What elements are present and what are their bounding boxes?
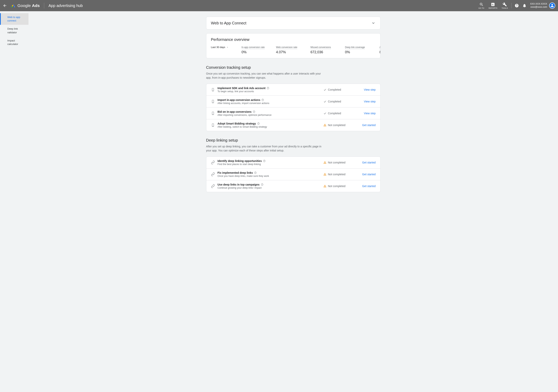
svg-point-20 (264, 162, 264, 162)
header-divider-right (511, 3, 512, 8)
link-icon (211, 172, 215, 176)
svg-point-0 (11, 6, 12, 8)
step-status: Completed (323, 112, 356, 115)
status-text: Not completed (328, 124, 345, 127)
step-status: Not completed (323, 124, 356, 127)
step-text: Fix implemented deep linksOnce you have … (218, 171, 323, 177)
warning-icon (323, 185, 326, 188)
check-icon (323, 100, 326, 103)
avatar[interactable] (549, 2, 555, 9)
link-icon (211, 184, 215, 188)
warning-icon (323, 161, 326, 164)
step-text: Bid on in-app conversionsAfter importing… (218, 110, 323, 116)
deep-linking-section: Deep linking setup After you set up deep… (206, 138, 381, 192)
device-icon (211, 123, 215, 127)
check-icon (323, 112, 326, 115)
sidebar-item-deep-link-validator[interactable]: Deep link validator (0, 25, 28, 36)
section-title: Conversion tracking setup (206, 65, 381, 70)
tools-button[interactable]: TOOLS (500, 2, 510, 9)
status-text: Completed (328, 100, 341, 103)
person-icon (550, 3, 555, 8)
goto-button[interactable]: GO TO (476, 2, 486, 9)
google-ads-logo[interactable]: Google Ads (11, 3, 40, 8)
help-icon[interactable] (261, 183, 263, 186)
help-icon[interactable] (263, 160, 266, 162)
web-to-app-connect-card[interactable]: Web to App Connect (206, 17, 381, 29)
svg-point-22 (325, 163, 325, 163)
step-title: Bid on in-app conversions (218, 110, 252, 113)
status-text: Not completed (328, 173, 345, 176)
svg-rect-9 (212, 112, 214, 115)
step-status: Completed (323, 100, 356, 103)
step-action-link[interactable]: View step (356, 88, 376, 91)
check-icon (323, 88, 326, 91)
dropdown-icon (226, 46, 229, 48)
help-icon[interactable] (261, 99, 264, 101)
status-text: Completed (328, 112, 341, 115)
deeplink-step-row: Identify deep linking opportunitiesFind … (206, 157, 380, 169)
reports-button[interactable]: REPORTS (487, 2, 499, 9)
reports-icon (491, 2, 495, 7)
svg-point-8 (263, 101, 263, 101)
account-info[interactable]: XXX-XXX-XXXX xxxx@xxxx.com (529, 2, 555, 9)
sidebar-item-impact-calculator[interactable]: Impact calculator (0, 37, 28, 48)
step-title: Adopt Smart Bidding strategy (218, 122, 256, 125)
step-text: Import in-app conversion actionsAfter li… (218, 98, 323, 105)
app-header: Google Ads App advertising hub GO TO REP… (0, 0, 558, 11)
help-icon[interactable] (254, 171, 257, 174)
account-email: xxxx@xxxx.com (530, 6, 547, 9)
wrench-icon (503, 2, 507, 7)
step-action-link[interactable]: Get started (356, 161, 376, 164)
deeplink-step-row: Fix implemented deep linksOnce you have … (206, 169, 380, 180)
metric-missed-conversions: Missed conversions 672,036 (311, 45, 336, 54)
svg-rect-1 (212, 88, 214, 91)
section-description: After you set up deep linking, you can t… (206, 145, 323, 153)
status-text: Not completed (328, 161, 345, 164)
main-content: Web to App Connect Performance overview … (28, 11, 558, 392)
deeplink-step-row: Use deep links in top campaignsContinue … (206, 180, 380, 192)
link-icon (211, 161, 215, 164)
step-text: Use deep links in top campaignsContinue … (218, 183, 323, 189)
step-action-link[interactable]: View step (356, 112, 376, 115)
step-text: Adopt Smart Bidding strategyAfter biddin… (218, 122, 323, 128)
page-title: App advertising hub (48, 3, 83, 8)
conversion-steps-list: Implement SDK and link Ads accountTo beg… (206, 84, 381, 131)
logo-text: Google Ads (17, 3, 40, 8)
step-action-link[interactable]: View step (356, 100, 376, 103)
step-subtitle: Once you have deep links, make sure they… (218, 175, 323, 177)
date-range-selector[interactable]: Last 30 days (211, 45, 232, 49)
help-icon[interactable] (257, 122, 260, 125)
warning-icon (323, 173, 326, 176)
step-status: Not completed (323, 161, 356, 164)
device-icon (211, 88, 215, 92)
step-action-link[interactable]: Get started (356, 124, 376, 127)
bell-icon (522, 3, 527, 8)
svg-point-30 (325, 187, 325, 187)
step-subtitle: After linking accounts, import conversio… (218, 102, 323, 105)
card-title: Web to App Connect (211, 21, 246, 25)
notifications-button[interactable] (521, 3, 528, 8)
step-subtitle: Continue growing your deep links' impact (218, 187, 323, 189)
conversion-step-row: Implement SDK and link Ads accountTo beg… (206, 84, 380, 96)
help-button[interactable] (513, 3, 520, 8)
header-toolbar: GO TO REPORTS TOOLS XXX-XXX-XXXX xxxx@xx… (476, 2, 555, 9)
section-title: Deep linking setup (206, 138, 381, 143)
help-icon (514, 3, 519, 8)
help-icon[interactable] (267, 87, 269, 89)
help-icon[interactable] (253, 111, 255, 113)
step-subtitle: To begin setup, link your accounts (218, 90, 323, 93)
step-title: Use deep links in top campaigns (218, 183, 260, 186)
step-status: Completed (323, 88, 356, 91)
deeplink-steps-list: Identify deep linking opportunitiesFind … (206, 156, 381, 192)
conversion-step-row: Import in-app conversion actionsAfter li… (206, 96, 380, 108)
step-title: Implement SDK and link Ads account (218, 86, 266, 90)
step-action-link[interactable]: Get started (356, 185, 376, 188)
conversion-tracking-section: Conversion tracking setup Once you set u… (206, 65, 381, 131)
header-divider (44, 3, 44, 9)
step-action-link[interactable]: Get started (356, 173, 376, 176)
step-title: Fix implemented deep links (218, 171, 253, 174)
sidebar: Web to app connect Deep link validator I… (0, 11, 28, 392)
sidebar-item-web-to-app[interactable]: Web to app connect (0, 13, 28, 25)
device-icon (211, 111, 215, 115)
back-button[interactable] (3, 3, 7, 8)
